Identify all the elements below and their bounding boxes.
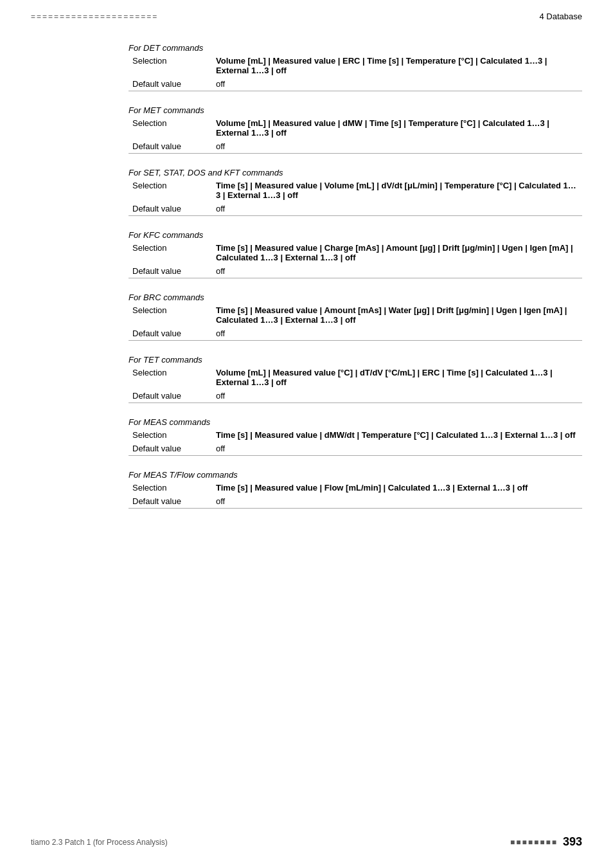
footer-page-number: 393 — [563, 835, 582, 849]
row-value: Time [s] | Measured value | dMW/dt | Tem… — [212, 428, 582, 442]
table-row: SelectionTime [s] | Measured value | dMW… — [129, 428, 582, 442]
row-label: Default value — [129, 389, 212, 402]
row-value: off — [212, 442, 582, 455]
row-value: off — [212, 140, 582, 153]
row-label: Default value — [129, 202, 212, 215]
row-label: Default value — [129, 264, 212, 278]
section-set-stat-dos-kft: For SET, STAT, DOS and KFT commandsSelec… — [129, 159, 582, 216]
table-row: Default valueoff — [129, 202, 582, 215]
row-value: off — [212, 264, 582, 278]
row-value: Time [s] | Measured value | Amount [mAs]… — [212, 303, 582, 327]
table-row: Default valueoff — [129, 140, 582, 153]
section-title-tet: For TET commands — [129, 346, 582, 365]
row-value: Volume [mL] | Measured value | dMW | Tim… — [212, 116, 582, 140]
table-row: SelectionTime [s] | Measured value | Cha… — [129, 241, 582, 264]
section-title-met: For MET commands — [129, 96, 582, 115]
table-row: Default valueoff — [129, 77, 582, 91]
row-value: off — [212, 77, 582, 91]
row-value: off — [212, 327, 582, 340]
page-header: ====================== 4 Database — [0, 0, 613, 28]
row-value: Time [s] | Measured value | Volume [mL] … — [212, 179, 582, 202]
section-brc: For BRC commandsSelectionTime [s] | Meas… — [129, 284, 582, 341]
footer-dashes: ■■■■■■■■ — [510, 838, 558, 847]
table-row: Default valueoff — [129, 494, 582, 508]
main-content: For DET commandsSelectionVolume [mL] | M… — [0, 28, 613, 552]
section-title-meas: For MEAS commands — [129, 408, 582, 427]
row-label: Selection — [129, 303, 212, 327]
footer-right: ■■■■■■■■ 393 — [510, 835, 582, 849]
section-meas-tflow: For MEAS T/Flow commandsSelectionTime [s… — [129, 461, 582, 509]
page-footer: tiamo 2.3 Patch 1 (for Process Analysis)… — [0, 835, 613, 849]
section-kfc: For KFC commandsSelectionTime [s] | Meas… — [129, 221, 582, 278]
section-title-det: For DET commands — [129, 34, 582, 53]
row-value: Volume [mL] | Measured value [°C] | dT/d… — [212, 366, 582, 389]
section-tet: For TET commandsSelectionVolume [mL] | M… — [129, 346, 582, 403]
row-label: Selection — [129, 481, 212, 494]
table-row: Default valueoff — [129, 442, 582, 455]
row-value: Time [s] | Measured value | Flow [mL/min… — [212, 481, 582, 494]
row-label: Default value — [129, 77, 212, 91]
header-dashes: ====================== — [31, 12, 158, 21]
table-row: SelectionTime [s] | Measured value | Amo… — [129, 303, 582, 327]
section-title-kfc: For KFC commands — [129, 221, 582, 240]
row-value: off — [212, 389, 582, 402]
row-value: Volume [mL] | Measured value | ERC | Tim… — [212, 54, 582, 77]
table-row: SelectionVolume [mL] | Measured value | … — [129, 116, 582, 140]
row-label: Selection — [129, 116, 212, 140]
row-label: Selection — [129, 366, 212, 389]
row-value: off — [212, 494, 582, 508]
row-value: off — [212, 202, 582, 215]
row-label: Selection — [129, 54, 212, 77]
row-value: Time [s] | Measured value | Charge [mAs]… — [212, 241, 582, 264]
section-title-meas-tflow: For MEAS T/Flow commands — [129, 461, 582, 480]
section-met: For MET commandsSelectionVolume [mL] | M… — [129, 96, 582, 154]
table-row: SelectionVolume [mL] | Measured value | … — [129, 54, 582, 77]
header-section: 4 Database — [540, 12, 583, 21]
table-row: SelectionTime [s] | Measured value | Flo… — [129, 481, 582, 494]
section-title-set-stat-dos-kft: For SET, STAT, DOS and KFT commands — [129, 159, 582, 177]
row-label: Selection — [129, 179, 212, 202]
table-row: Default valueoff — [129, 389, 582, 402]
table-row: SelectionVolume [mL] | Measured value [°… — [129, 366, 582, 389]
row-label: Default value — [129, 140, 212, 153]
row-label: Default value — [129, 327, 212, 340]
table-row: SelectionTime [s] | Measured value | Vol… — [129, 179, 582, 202]
section-det: For DET commandsSelectionVolume [mL] | M… — [129, 34, 582, 91]
section-title-brc: For BRC commands — [129, 284, 582, 302]
row-label: Default value — [129, 494, 212, 508]
table-row: Default valueoff — [129, 264, 582, 278]
section-meas: For MEAS commandsSelectionTime [s] | Mea… — [129, 408, 582, 456]
row-label: Selection — [129, 428, 212, 442]
footer-text: tiamo 2.3 Patch 1 (for Process Analysis) — [31, 838, 168, 847]
row-label: Selection — [129, 241, 212, 264]
table-row: Default valueoff — [129, 327, 582, 340]
row-label: Default value — [129, 442, 212, 455]
